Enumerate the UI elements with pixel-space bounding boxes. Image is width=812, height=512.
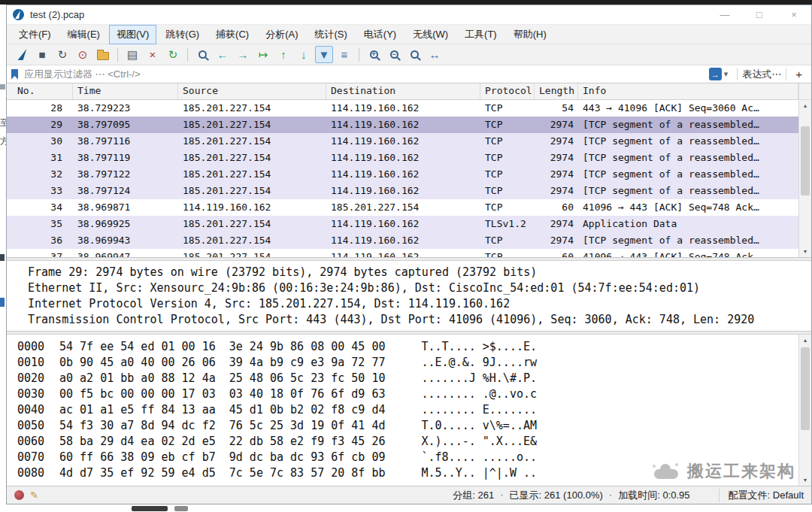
- expand-arrow-icon[interactable]: [13, 265, 28, 280]
- column-header-info[interactable]: Info: [578, 83, 798, 99]
- auto-scroll-icon[interactable]: ▼: [315, 46, 333, 63]
- packet-row[interactable]: 28 38.729223 185.201.227.154 114.119.160…: [7, 100, 798, 117]
- go-back-icon[interactable]: ←: [214, 46, 232, 63]
- status-summary: 分组: 261 · 已显示: 261 (100.0%) · 加载时间: 0:0.…: [453, 489, 689, 502]
- capture-comment-icon[interactable]: ✎: [30, 489, 38, 501]
- packet-list-scrollbar[interactable]: ▲ ▼: [798, 83, 811, 257]
- open-file-icon[interactable]: [94, 46, 112, 63]
- packet-length: 2974: [535, 216, 578, 232]
- column-header-no[interactable]: No.: [7, 83, 73, 99]
- hex-row[interactable]: 0050 54 f3 30 a7 8d 94 dc f2 76 5c 25 3d…: [17, 418, 798, 434]
- find-packet-icon[interactable]: [193, 46, 211, 63]
- expand-arrow-icon[interactable]: [13, 296, 28, 312]
- packet-row[interactable]: 31 38.797119 185.201.227.154 114.119.160…: [7, 150, 798, 166]
- menu-item-capture[interactable]: 捕获(C): [208, 25, 256, 44]
- detail-row[interactable]: Transmission Control Protocol, Src Port:…: [13, 312, 811, 328]
- hex-row[interactable]: 0070 60 ff 66 38 09 eb cf b7 9d dc ba dc…: [17, 450, 798, 465]
- scrollbar-thumb[interactable]: [801, 347, 810, 430]
- filter-dropdown-icon[interactable]: ▾: [724, 69, 729, 79]
- filter-apply-icon[interactable]: →: [709, 68, 722, 80]
- menu-item-telephony[interactable]: 电话(Y): [356, 25, 404, 44]
- hex-row[interactable]: 0080 4d d7 35 ef 92 59 e4 d5 7c 5e 7c 83…: [17, 465, 798, 481]
- packet-row[interactable]: 36 38.969943 185.201.227.154 114.119.160…: [7, 232, 798, 249]
- scrollbar-track[interactable]: [799, 346, 811, 474]
- hex-offset: 0000: [17, 339, 47, 355]
- capture-options-icon[interactable]: ⊙: [74, 46, 92, 63]
- detail-row[interactable]: Ethernet II, Src: Xensourc_24:9b:86 (00:…: [13, 280, 811, 296]
- packet-row[interactable]: 37 38.969947 185.201.227.154 114.119.160…: [7, 249, 798, 257]
- go-forward-icon[interactable]: →: [234, 46, 252, 63]
- go-to-packet-icon[interactable]: ↦: [254, 46, 272, 63]
- resize-columns-icon[interactable]: ↔: [426, 46, 444, 63]
- packet-source: 114.119.160.162: [178, 199, 326, 216]
- detail-row[interactable]: Frame 29: 2974 bytes on wire (23792 bits…: [13, 265, 811, 280]
- display-filter-input[interactable]: 应用显示过滤器 ⋯ <Ctrl-/>: [24, 68, 709, 81]
- menu-item-file[interactable]: 文件(F): [11, 25, 59, 44]
- expand-arrow-icon[interactable]: [13, 312, 28, 328]
- expand-arrow-icon[interactable]: [13, 280, 28, 296]
- capture-restart-icon[interactable]: ↻: [53, 46, 71, 63]
- packet-row[interactable]: 30 38.797116 185.201.227.154 114.119.160…: [7, 133, 798, 150]
- hex-row[interactable]: 0060 58 ba 29 d4 ea 02 2d e5 22 db 58 e2…: [17, 434, 798, 450]
- expert-info-icon[interactable]: [14, 490, 24, 500]
- filter-separator: [786, 68, 786, 80]
- capture-start-icon[interactable]: [13, 46, 31, 63]
- hex-row[interactable]: 0020 a0 a2 01 bb a0 88 12 4a 25 48 06 5c…: [17, 371, 798, 386]
- hex-ascii: ........ E.......: [421, 402, 537, 418]
- menu-item-go[interactable]: 跳转(G): [158, 25, 207, 44]
- packet-row[interactable]: 34 38.969871 114.119.160.162 185.201.227…: [7, 199, 798, 216]
- minimize-button[interactable]: —: [707, 5, 742, 24]
- detail-row[interactable]: Internet Protocol Version 4, Src: 185.20…: [13, 296, 811, 312]
- detail-text: Frame 29: 2974 bytes on wire (23792 bits…: [28, 265, 537, 280]
- menu-item-edit[interactable]: 编辑(E): [60, 25, 108, 44]
- hex-row[interactable]: 0010 0b 90 45 a0 40 00 26 06 39 4a b9 c9…: [17, 355, 798, 371]
- hex-scrollbar[interactable]: ▲ ▼: [798, 335, 811, 486]
- scroll-up-icon[interactable]: ▲: [799, 335, 811, 346]
- capture-stop-icon[interactable]: ■: [33, 46, 51, 63]
- menu-item-analyze[interactable]: 分析(A): [258, 25, 305, 44]
- colorize-icon[interactable]: ≡: [335, 46, 353, 63]
- zoom-reset-icon[interactable]: [405, 46, 423, 63]
- maximize-button[interactable]: □: [742, 5, 777, 24]
- hex-row[interactable]: 0040 ac 01 a1 e5 ff 84 13 aa 45 d1 0b b2…: [17, 402, 798, 418]
- packet-row[interactable]: 35 38.969925 185.201.227.154 114.119.160…: [7, 216, 798, 232]
- hex-row[interactable]: 0030 00 f5 bc 00 00 00 17 03 03 40 18 0f…: [17, 386, 798, 402]
- scroll-down-icon[interactable]: ▼: [799, 474, 811, 486]
- go-first-packet-icon[interactable]: ↑: [274, 46, 292, 63]
- filter-add-button[interactable]: +: [791, 68, 807, 80]
- column-header-length[interactable]: Length: [535, 83, 578, 99]
- menu-item-view[interactable]: 视图(V): [109, 25, 156, 44]
- file-close-icon[interactable]: ×: [144, 46, 162, 63]
- packet-row[interactable]: 32 38.797122 185.201.227.154 114.119.160…: [7, 166, 798, 183]
- scroll-up-icon[interactable]: ▲: [799, 100, 811, 111]
- hex-row[interactable]: 0000 54 7f ee 54 ed 01 00 16 3e 24 9b 86…: [17, 339, 798, 355]
- expression-button[interactable]: 表达式⋯: [742, 68, 781, 81]
- packet-info: Application Data: [578, 216, 798, 232]
- packet-row[interactable]: 29 38.797095 185.201.227.154 114.119.160…: [7, 117, 798, 133]
- close-button[interactable]: ×: [777, 5, 811, 24]
- scrollbar-thumb[interactable]: [801, 126, 810, 195]
- column-header-destination[interactable]: Destination: [326, 83, 480, 99]
- filter-bookmark-icon[interactable]: [11, 69, 18, 80]
- file-properties-icon[interactable]: ▤: [123, 46, 141, 63]
- status-profile[interactable]: 配置文件: Default: [719, 489, 804, 502]
- reload-icon[interactable]: ↻: [164, 46, 182, 63]
- packet-row[interactable]: 33 38.797124 185.201.227.154 114.119.160…: [7, 183, 798, 199]
- column-header-protocol[interactable]: Protocol: [480, 83, 535, 99]
- zoom-out-icon[interactable]: −: [385, 46, 403, 63]
- zoom-in-icon[interactable]: +: [365, 46, 383, 63]
- edge-fragment-text: 至: [0, 117, 6, 128]
- menu-item-wireless[interactable]: 无线(W): [405, 25, 456, 44]
- column-header-time[interactable]: Time: [73, 83, 178, 99]
- hex-bytes: 60 ff 66 38 09 eb cf b7 9d dc ba dc 93 6…: [59, 450, 385, 465]
- hex-bytes: 54 f3 30 a7 8d 94 dc f2 76 5c 25 3d 19 0…: [59, 418, 385, 434]
- toolbar-separator: [187, 48, 188, 62]
- packet-source: 185.201.227.154: [178, 216, 326, 232]
- menu-item-statistics[interactable]: 统计(S): [307, 25, 354, 44]
- scroll-down-icon[interactable]: ▼: [799, 246, 811, 257]
- go-last-packet-icon[interactable]: ↓: [295, 46, 313, 63]
- column-header-source[interactable]: Source: [178, 83, 326, 99]
- scrollbar-track[interactable]: [799, 111, 811, 246]
- menu-item-tools[interactable]: 工具(T): [457, 25, 504, 44]
- menu-item-help[interactable]: 帮助(H): [506, 25, 554, 44]
